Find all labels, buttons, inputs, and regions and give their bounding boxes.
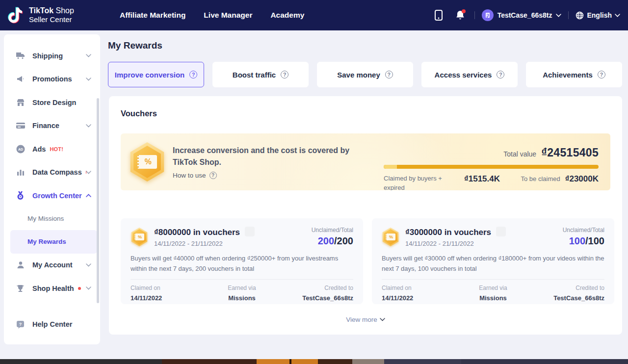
voucher-date-range: 14/11/2022 - 21/11/2022 — [154, 240, 312, 247]
credited-to-value: TestCase_66s8tz — [530, 294, 604, 302]
background-window-strip — [0, 359, 628, 364]
view-more-button[interactable]: View more — [109, 316, 622, 323]
credited-to-label: Credited to — [530, 285, 604, 291]
tab-access-services[interactable]: Access services ? — [421, 62, 518, 87]
sidebar-item-store-design[interactable]: Store Design — [4, 91, 100, 114]
chevron-down-icon — [86, 263, 91, 267]
claimed-label: Claimed by buyers + expired — [384, 174, 457, 190]
person-icon — [16, 260, 25, 270]
help-icon[interactable]: ? — [281, 71, 288, 78]
nav-live-manager[interactable]: Live Manager — [204, 11, 252, 20]
claimed-on-label: Claimed on — [131, 285, 205, 291]
chevron-down-icon — [615, 14, 620, 17]
vouchers-panel: Vouchers % Increase conversion and the c… — [109, 96, 622, 335]
help-icon[interactable]: ? — [385, 71, 393, 78]
tiktok-note-icon — [8, 6, 25, 25]
sidebar-scrollbar[interactable] — [97, 98, 99, 303]
notification-dot — [78, 287, 81, 290]
sidebar-subitem-my-rewards[interactable]: My Rewards — [10, 230, 97, 254]
voucher-tag — [245, 227, 255, 236]
tab-boost-traffic[interactable]: Boost traffic ? — [212, 62, 309, 87]
sidebar-item-finance[interactable]: Finance — [4, 114, 100, 138]
language-label: English — [587, 11, 612, 19]
sidebar-item-ads[interactable]: AD Ads HOT! — [4, 137, 100, 161]
chevron-up-icon — [86, 194, 91, 197]
sidebar-item-shipping[interactable]: Shipping — [4, 44, 100, 68]
notifications-bell-icon[interactable] — [453, 8, 468, 23]
hot-badge: HOT! — [50, 146, 63, 152]
divider — [474, 11, 475, 19]
total-count: /100 — [585, 235, 604, 246]
voucher-cards: % ₫8000000 in vouchers 14/11/2022 - 21/1… — [121, 218, 614, 304]
ads-icon: AD — [16, 144, 25, 154]
nav-academy[interactable]: Academy — [270, 11, 304, 20]
sidebar-item-my-account[interactable]: My Account — [4, 254, 100, 277]
banner-stats: Total value ₫24515405 Claimed by buyers … — [384, 133, 599, 190]
voucher-card: % ₫8000000 in vouchers 14/11/2022 - 21/1… — [121, 218, 363, 304]
banner-text: Increase conversion and the cost is cove… — [173, 145, 369, 179]
section-title: Vouchers — [121, 109, 157, 118]
sidebar: Shipping Promotions Store Design Finance… — [4, 34, 100, 344]
claimed-value: ₫1515.4K — [464, 174, 500, 184]
logo-text: TikTok Shop Seller Center — [29, 6, 74, 25]
voucher-description: Buyers will get ₫30000 off when ordering… — [382, 253, 604, 274]
unclaimed-total-label: Unclaimed/Total — [312, 227, 353, 234]
chevron-down-icon — [86, 78, 91, 81]
mobile-app-icon[interactable] — [431, 8, 446, 23]
help-bubble-icon: ? — [16, 320, 25, 329]
help-icon[interactable]: ? — [497, 71, 504, 78]
claim-progress-bar — [384, 165, 599, 169]
tab-achievements[interactable]: Achievements ? — [526, 62, 622, 87]
chevron-down-icon — [380, 318, 385, 321]
chevron-down-icon — [86, 54, 91, 57]
top-nav: Affiliate Marketing Live Manager Academy — [120, 11, 304, 20]
earned-via-label: Earned via — [456, 285, 530, 291]
user-name: TestCase_66s8tz — [497, 11, 552, 19]
chevron-down-icon — [86, 124, 91, 128]
tab-improve-conversion[interactable]: Improve conversion ? — [108, 62, 204, 87]
reward-category-tabs: Improve conversion ? Boost traffic ? Sav… — [108, 62, 622, 87]
help-icon[interactable]: ? — [209, 172, 217, 179]
sidebar-item-help-center[interactable]: ? Help Center — [4, 313, 100, 337]
chevron-down-icon — [86, 171, 91, 174]
credited-to-value: TestCase_66s8tz — [279, 294, 353, 302]
storefront-icon — [16, 98, 25, 107]
sidebar-item-data-compass[interactable]: Data Compass — [4, 161, 100, 184]
svg-text:?: ? — [19, 322, 22, 327]
tiktok-shop-logo[interactable]: TikTok Shop Seller Center — [8, 6, 74, 25]
sidebar-item-promotions[interactable]: Promotions — [4, 68, 100, 91]
globe-icon — [576, 11, 584, 20]
claimed-on-value: 14/11/2022 — [131, 294, 205, 302]
user-menu[interactable]: TestCase_66s8tz — [482, 9, 562, 21]
voucher-tag — [496, 227, 506, 236]
trophy-icon — [16, 284, 25, 293]
how-to-use-link[interactable]: How to use ? — [173, 172, 369, 179]
chevron-down-icon — [556, 14, 561, 17]
voucher-title: ₫8000000 in vouchers — [154, 228, 240, 237]
sidebar-item-shop-health[interactable]: Shop Health — [4, 277, 100, 300]
vouchers-summary-banner: % Increase conversion and the cost is co… — [121, 133, 610, 190]
divider — [568, 11, 569, 19]
help-icon[interactable]: ? — [598, 71, 605, 78]
page-title: My Rewards — [108, 40, 162, 51]
total-value-label: Total value — [503, 150, 536, 158]
svg-text:AD: AD — [18, 148, 23, 151]
voucher-badge-icon: % — [382, 228, 399, 246]
voucher-description: Buyers will get ₫40000 off when ordering… — [131, 253, 353, 274]
help-icon[interactable]: ? — [189, 71, 197, 78]
truck-icon — [16, 51, 25, 60]
voucher-date-range: 14/11/2022 - 21/11/2022 — [405, 240, 563, 247]
to-be-claimed-label: To be claimed — [521, 174, 560, 183]
header-right: TestCase_66s8tz English — [431, 8, 620, 23]
medal-icon — [16, 191, 25, 200]
language-selector[interactable]: English — [576, 11, 620, 20]
sidebar-item-growth-center[interactable]: Growth Center — [4, 184, 100, 208]
bank-card-icon — [16, 121, 25, 130]
chevron-down-icon — [86, 286, 91, 290]
user-avatar — [482, 9, 494, 21]
nav-affiliate-marketing[interactable]: Affiliate Marketing — [120, 11, 185, 20]
tab-save-money[interactable]: Save money ? — [317, 62, 413, 87]
voucher-badge-icon: % — [131, 228, 148, 246]
voucher-title: ₫3000000 in vouchers — [405, 228, 491, 237]
sidebar-subitem-my-missions[interactable]: My Missions — [4, 208, 100, 230]
